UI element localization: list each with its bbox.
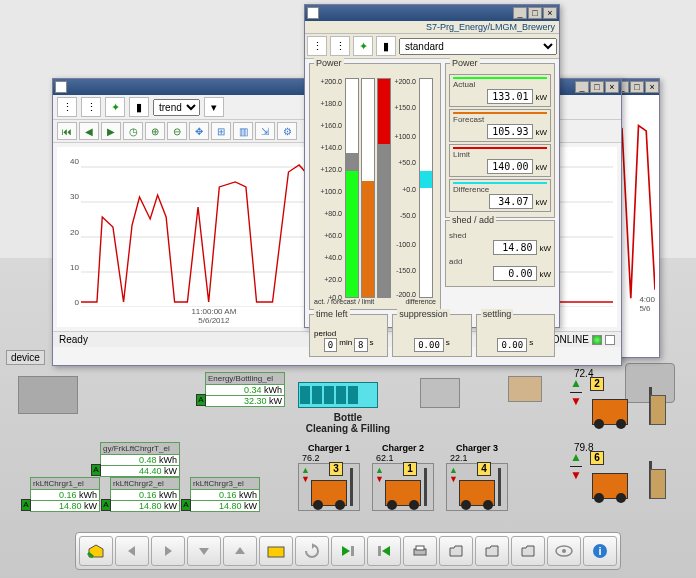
charger-rank: 1 bbox=[403, 462, 417, 476]
maximize-button[interactable]: □ bbox=[528, 7, 542, 19]
power-bars-group: Power +200.0 +180.0 +160.0 +140.0 +120.0… bbox=[309, 63, 441, 310]
meter-charger2[interactable]: rkLftChrgr2_el 0.16 kWh 14.80 kW A bbox=[110, 477, 180, 512]
meter-charger1[interactable]: rkLftChrgr1_el 0.16 kWh 14.80 kW A bbox=[30, 477, 100, 512]
user-icon[interactable]: ▮ bbox=[129, 97, 149, 117]
value-add: add 0.00kW bbox=[449, 257, 551, 281]
nav-print-button[interactable] bbox=[403, 536, 437, 566]
maximize-button[interactable]: □ bbox=[630, 81, 644, 93]
time-period-group: time left period 0min 8s bbox=[309, 314, 388, 357]
meter-title: gy/FrkLftChrgrT_el bbox=[101, 443, 179, 454]
bar-footer: difference bbox=[405, 298, 436, 305]
power-toolbar: ⋮ ⋮ ✦ ▮ standard bbox=[305, 34, 559, 59]
nav-forward-button[interactable] bbox=[151, 536, 185, 566]
export-icon[interactable]: ⇲ bbox=[255, 122, 275, 140]
minimize-button[interactable]: _ bbox=[513, 7, 527, 19]
time-suppression-group: suppression 0.00s bbox=[392, 314, 471, 357]
meter-bottling[interactable]: Energy/Bottling_el 0.34 kWh 32.30 kW A bbox=[205, 372, 285, 407]
power-window[interactable]: _ □ × S7-Prg_Energy/LMGM_Brewery ⋮ ⋮ ✦ ▮… bbox=[304, 4, 560, 328]
nav-open2-button[interactable] bbox=[475, 536, 509, 566]
signal-icon[interactable]: ✦ bbox=[105, 97, 125, 117]
forklift-icon: ▲▼ 4 bbox=[446, 463, 508, 511]
charger-3[interactable]: Charger 3 22.1 ▲▼ 4 bbox=[446, 443, 508, 511]
nav-open-button[interactable] bbox=[439, 536, 473, 566]
nav-info-button[interactable]: i bbox=[583, 536, 617, 566]
window-icon bbox=[55, 81, 67, 93]
group-legend: time left bbox=[314, 309, 350, 319]
forklift-b[interactable]: 79.8 ▲—▼ 6 bbox=[570, 442, 660, 503]
move-icon[interactable]: ✥ bbox=[189, 122, 209, 140]
chart-icon[interactable]: ▥ bbox=[233, 122, 253, 140]
nav-folder-button[interactable] bbox=[259, 536, 293, 566]
rewind-button[interactable]: ⏮ bbox=[57, 122, 77, 140]
close-button[interactable]: × bbox=[645, 81, 659, 93]
meter-title: rkLftChrgr1_el bbox=[31, 478, 99, 489]
group-legend: shed / add bbox=[450, 215, 496, 225]
meter-indicator: A bbox=[91, 464, 101, 476]
power-values-group: Power Actual 133.01kW Forecast 105.93kW … bbox=[445, 63, 555, 218]
bottle-machine-label: Bottle Cleaning & Filling bbox=[298, 412, 398, 434]
minimize-button[interactable]: _ bbox=[575, 81, 589, 93]
back-button[interactable]: ◀ bbox=[79, 122, 99, 140]
value-actual: Actual 133.01kW bbox=[449, 74, 551, 107]
charger-2[interactable]: Charger 2 62.1 ▲▼ 1 bbox=[372, 443, 434, 511]
tool-button[interactable]: ▾ bbox=[204, 97, 224, 117]
nav-exit-button[interactable] bbox=[367, 536, 401, 566]
user-icon[interactable]: ▮ bbox=[376, 36, 396, 56]
charger-1[interactable]: Charger 1 76.2 ▲▼ 3 bbox=[298, 443, 360, 511]
nav-down-button[interactable] bbox=[187, 536, 221, 566]
value-difference: Difference 34.07kW bbox=[449, 179, 551, 212]
meter-indicator: A bbox=[21, 499, 31, 511]
close-button[interactable]: × bbox=[543, 7, 557, 19]
box-graphic bbox=[508, 376, 542, 402]
zoom-out-icon[interactable]: ⊖ bbox=[167, 122, 187, 140]
online-indicator: ONLINE bbox=[552, 334, 615, 345]
nav-refresh-button[interactable] bbox=[295, 536, 329, 566]
tool-button[interactable]: ⋮ bbox=[57, 97, 77, 117]
trend-select[interactable]: trend bbox=[153, 99, 200, 116]
value-shed: shed 14.80kW bbox=[449, 231, 551, 255]
window-icon bbox=[307, 7, 319, 19]
forklift-icon: 6 bbox=[584, 453, 652, 503]
status-text: Ready bbox=[59, 334, 88, 345]
meter-indicator: A bbox=[181, 499, 191, 511]
nav-enter-button[interactable] bbox=[331, 536, 365, 566]
charger-rank: 4 bbox=[477, 462, 491, 476]
group-legend: settling bbox=[481, 309, 514, 319]
meter-chargerT[interactable]: gy/FrkLftChrgrT_el 0.48 kWh 44.40 kW A bbox=[100, 442, 180, 477]
zoom-in-icon[interactable]: ⊕ bbox=[145, 122, 165, 140]
bar-actual bbox=[345, 78, 359, 298]
charger-title: Charger 2 bbox=[372, 443, 434, 453]
maximize-button[interactable]: □ bbox=[590, 81, 604, 93]
signal-icon[interactable]: ✦ bbox=[353, 36, 373, 56]
ruler-icon[interactable]: ⊞ bbox=[211, 122, 231, 140]
bar-difference bbox=[419, 78, 433, 298]
forward-button[interactable]: ▶ bbox=[101, 122, 121, 140]
tool-button[interactable]: ⋮ bbox=[81, 97, 101, 117]
forklift-icon: ▲▼ 3 bbox=[298, 463, 360, 511]
meter-title: rkLftChrgr3_el bbox=[191, 478, 259, 489]
layout-select[interactable]: standard bbox=[399, 38, 557, 55]
bar-limit bbox=[377, 78, 391, 298]
tool-button[interactable]: ⋮ bbox=[330, 36, 350, 56]
svg-rect-7 bbox=[351, 546, 354, 556]
window-subtitle: S7-Prg_Energy/LMGM_Brewery bbox=[305, 21, 559, 34]
pallet-icon bbox=[650, 469, 666, 499]
nav-view-button[interactable] bbox=[547, 536, 581, 566]
meter-title: rkLftChrgr2_el bbox=[111, 478, 179, 489]
pallet-icon bbox=[650, 395, 666, 425]
clock-icon[interactable]: ◷ bbox=[123, 122, 143, 140]
forklift-icon: ▲▼ 1 bbox=[372, 463, 434, 511]
tool-button[interactable]: ⋮ bbox=[307, 36, 327, 56]
settings-icon[interactable]: ⚙ bbox=[277, 122, 297, 140]
value-limit: Limit 140.00kW bbox=[449, 144, 551, 177]
group-legend: Power bbox=[314, 58, 344, 68]
close-button[interactable]: × bbox=[605, 81, 619, 93]
nav-open3-button[interactable] bbox=[511, 536, 545, 566]
forklift-a[interactable]: 72.4 ▲—▼ 2 bbox=[570, 368, 660, 429]
y-axis: 0 10 20 30 40 bbox=[57, 147, 81, 307]
nav-up-button[interactable] bbox=[223, 536, 257, 566]
meter-charger3[interactable]: rkLftChrgr3_el 0.16 kWh 14.80 kW A bbox=[190, 477, 260, 512]
svg-rect-10 bbox=[416, 546, 424, 550]
nav-back-button[interactable] bbox=[115, 536, 149, 566]
nav-home-button[interactable] bbox=[79, 536, 113, 566]
